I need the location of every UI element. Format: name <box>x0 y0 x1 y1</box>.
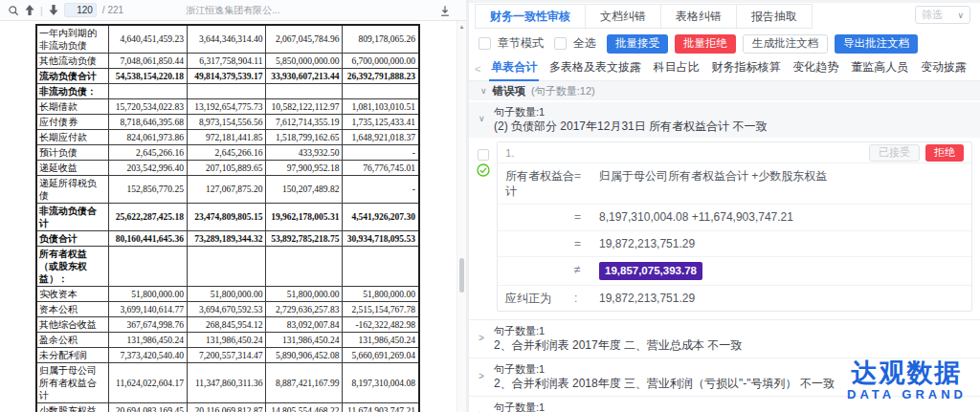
cell-value: 11,347,860,311.36 <box>187 363 265 403</box>
error-section-header[interactable]: ∨ 错误项 (句子数量:12) <box>469 81 980 100</box>
cell-value: 131,986,450.24 <box>266 333 343 348</box>
accepted-button[interactable]: 已接受 <box>869 144 920 162</box>
cell-value: 7,373,420,540.40 <box>108 348 187 363</box>
formula-operator: ≠ <box>574 262 599 281</box>
cell-value: 3,644,346,314.40 <box>187 25 265 54</box>
collapsed-group-list: >句子数量:12、合并利润表 2017年度 二、营业总成本 不一致>句子数量:1… <box>469 319 980 412</box>
table-row: 非流动负债： <box>36 84 419 99</box>
cell-value: 5,890,906,452.08 <box>266 348 343 363</box>
formula-expression: 19,872,213,751.29 <box>599 236 964 251</box>
cell-value: 7,612,714,355.19 <box>266 115 343 130</box>
filter-dropdown[interactable]: 筛选 ∨ <box>915 6 970 24</box>
top-tab-1[interactable]: 财务一致性审核 <box>475 4 586 29</box>
cell-value: 20,694,083,169.45 <box>108 403 187 412</box>
scroll-up-icon[interactable]: ▲ <box>457 21 466 30</box>
page-number-input[interactable] <box>64 3 97 17</box>
sub-tab-2[interactable]: 多表格及表文披露 <box>547 55 643 81</box>
scrollbar-thumb[interactable] <box>459 258 464 293</box>
app-window: | / 221 浙江恒逸集团有限公... 一年内到期的非流动负债4,640,45… <box>0 0 980 412</box>
row-label: 递延收益 <box>36 161 108 176</box>
reject-button[interactable]: 拒绝 <box>925 144 964 162</box>
top-tab-4[interactable]: 报告抽取 <box>737 4 813 29</box>
sub-tab-4[interactable]: 财务指标核算 <box>710 55 783 81</box>
document-viewer-panel: | / 221 浙江恒逸集团有限公... 一年内到期的非流动负债4,640,45… <box>0 0 466 412</box>
cell-value: 49,814,379,539.17 <box>187 69 265 84</box>
next-page-icon[interactable] <box>49 5 58 15</box>
group-description: 2、合并利润表 2017年度 二、营业总成本 不一致 <box>494 337 969 353</box>
table-row: 长期应付款824,061,973.86972,181,441.851,518,7… <box>36 130 419 145</box>
tabs-scroll-left-icon[interactable]: < <box>475 63 480 75</box>
toolbar-separator: | <box>40 5 43 16</box>
document-page: 一年内到期的非流动负债4,640,451,459.233,644,346,314… <box>0 21 457 412</box>
formula-term <box>505 262 574 281</box>
sub-tab-5[interactable]: 变化趋势 <box>791 55 840 81</box>
cell-value: 33,930,607,213.44 <box>266 69 343 84</box>
mismatch-value-badge: 19,857,075,393.78 <box>599 262 702 281</box>
cell-value: 268,845,954.12 <box>187 317 265 333</box>
sub-tab-1[interactable]: 单表合计 <box>489 55 539 81</box>
cell-value: 20,116,069,812.87 <box>187 403 265 412</box>
error-item-checkbox[interactable] <box>478 149 489 161</box>
top-tab-3[interactable]: 表格纠错 <box>661 4 737 29</box>
table-row: 盈余公积131,986,450.24131,986,450.24131,986,… <box>36 333 419 348</box>
prev-page-icon[interactable] <box>25 5 34 15</box>
formula-term <box>505 209 574 225</box>
cell-value: 3,694,670,592.53 <box>187 302 265 317</box>
cell-value <box>108 247 187 287</box>
sub-tab-6[interactable]: 董监高人员 <box>849 55 910 81</box>
batch-accept-button[interactable]: 批量接受 <box>607 34 668 54</box>
group-sentence-count: 句子数量:1 <box>494 105 969 119</box>
chapter-mode-checkbox[interactable] <box>479 37 491 50</box>
cell-value: 7,048,061,850.44 <box>108 54 187 69</box>
cell-value: 19,962,178,005.31 <box>266 204 343 231</box>
select-all-checkbox[interactable] <box>554 37 567 50</box>
error-group-collapsed[interactable]: >句子数量:12、合并利润表 2019年度 三、营业利润（亏损以"-"号填列） … <box>469 396 980 412</box>
cell-value: 131,986,450.24 <box>108 333 187 348</box>
cell-value: 80,160,441,645.36 <box>108 231 187 247</box>
cell-value: 8,197,310,004.08 <box>343 363 419 403</box>
formula-expression: 19,872,213,751.29 <box>599 291 964 306</box>
formula-term: 所有者权益合计 <box>505 168 574 199</box>
row-label: 其他综合收益 <box>36 317 108 333</box>
cell-value: 8,973,154,556.56 <box>187 115 265 130</box>
cell-value <box>266 247 343 287</box>
cell-value: 11,624,022,604.17 <box>108 363 187 403</box>
cell-value: 7,200,557,314.47 <box>187 348 265 363</box>
cell-value: 6,317,758,904.11 <box>187 54 265 69</box>
magnifier-icon[interactable] <box>8 5 19 16</box>
download-icon[interactable] <box>439 4 451 21</box>
top-tab-2[interactable]: 文档纠错 <box>586 4 661 29</box>
document-scrollbar[interactable]: ▲ <box>457 21 466 412</box>
cell-value: 2,515,154,767.78 <box>343 302 419 317</box>
formula-expression: 归属于母公司所有者权益合计 +少数股东权益 <box>599 168 964 199</box>
cell-value: 4,541,926,207.30 <box>343 204 419 231</box>
chevron-down-icon: ∨ <box>479 114 485 123</box>
cell-value: 131,986,450.24 <box>187 333 265 348</box>
formula-operator: : <box>574 291 599 306</box>
chevron-down-icon: ∨ <box>480 86 487 96</box>
sub-tab-3[interactable]: 科目占比 <box>652 55 702 81</box>
row-label: 一年内到期的非流动负债 <box>36 25 108 54</box>
cell-value: 30,934,718,095.53 <box>343 231 419 247</box>
formula-operator: = <box>574 168 599 199</box>
sub-tab-7[interactable]: 变动披露 <box>919 55 969 81</box>
generate-annotated-doc-button[interactable]: 生成批注文档 <box>743 34 828 54</box>
formula-operator: = <box>574 209 599 225</box>
cell-value: 367,674,998.76 <box>108 317 187 333</box>
chevron-right-icon: > <box>479 333 484 343</box>
cell-value: 131,986,450.24 <box>343 333 419 348</box>
error-detail-row: 1. 已接受 拒绝 所有者权益合计=归属于母公司所有者权益合计 +少数股东权益=… <box>469 138 980 312</box>
cell-value: 51,800,000.00 <box>343 287 419 302</box>
cell-value: 809,178,065.26 <box>343 25 419 54</box>
chapter-mode-label: 章节模式 <box>498 35 544 52</box>
export-annotated-doc-button[interactable]: 导出批注文档 <box>835 34 918 54</box>
error-group-collapsed[interactable]: >句子数量:12、合并利润表 2017年度 二、营业总成本 不一致 <box>469 319 980 358</box>
cell-value: 2,067,045,784.96 <box>266 25 343 54</box>
cell-value: 152,856,770.25 <box>108 176 187 204</box>
cell-value: 97,900,952.18 <box>266 161 343 176</box>
error-group-collapsed[interactable]: >句子数量:12、合并利润表 2018年度 三、营业利润（亏损以"-"号填列） … <box>469 358 980 396</box>
batch-reject-button[interactable]: 批量拒绝 <box>675 34 736 54</box>
table-row: 归属于母公司所有者权益合计11,624,022,604.1711,347,860… <box>36 363 419 403</box>
cell-value <box>266 84 343 99</box>
error-group-expanded[interactable]: ∨ 句子数量:1 (2) 负债部分 2017年12月31日 所有者权益合计 不一… <box>469 102 980 138</box>
